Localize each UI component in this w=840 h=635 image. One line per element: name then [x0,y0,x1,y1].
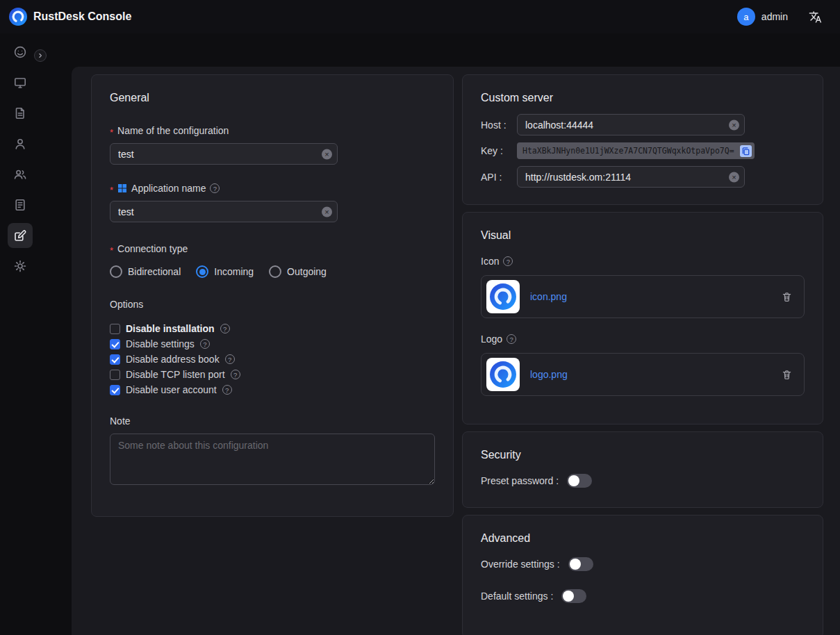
sidebar-item-documents[interactable] [8,101,33,126]
copy-icon[interactable] [740,145,752,157]
preset-password-row: Preset password : [481,474,805,488]
sidebar-item-settings[interactable] [8,254,33,279]
logo-file-link[interactable]: logo.png [530,369,568,380]
checkbox-label: Disable address book [126,354,220,365]
delete-icon[interactable] [781,369,793,381]
advanced-title: Advanced [481,532,805,545]
sidebar [0,33,40,635]
checkbox-box [110,354,120,365]
checkbox-disable-installation[interactable]: Disable installation [110,321,435,336]
host-input-wrap [517,114,745,135]
help-icon[interactable] [222,385,232,395]
server-key-chip: HtaXBkJNHyn0e1U1jWXze7A7CN7QTGWqxkOtpaVp… [517,142,755,159]
icon-label: Icon [481,256,499,267]
default-settings-label: Default settings : [481,591,553,602]
radio-bidirectional[interactable]: Bidirectional [110,265,181,278]
api-input-wrap [517,166,745,188]
note-label: Note [110,415,131,427]
language-icon[interactable] [809,10,822,24]
help-icon[interactable] [225,354,235,364]
key-row: Key : HtaXBkJNHyn0e1U1jWXze7A7CN7QTGWqxk… [481,142,805,159]
checkbox-disable-tcp-listen-port[interactable]: Disable TCP listen port [110,367,435,382]
app-name-label: Application name [131,183,206,194]
override-settings-toggle[interactable] [568,557,593,571]
host-label: Host : [481,119,517,131]
visual-title: Visual [481,229,805,242]
help-icon[interactable] [503,256,513,266]
preset-password-toggle[interactable] [567,474,592,488]
checkbox-label: Disable installation [126,323,215,334]
clear-icon[interactable] [322,149,332,159]
rustdesk-logo-icon [9,8,27,26]
default-settings-row: Default settings : [481,589,805,603]
help-icon[interactable] [231,370,240,379]
radio-circle [269,265,281,278]
icon-file-link[interactable]: icon.png [530,291,567,302]
app-name-input-wrap [110,201,338,222]
override-settings-row: Override settings : [481,557,805,571]
radio-outgoing[interactable]: Outgoing [269,265,327,278]
main-content: General Name of the configuration [40,33,840,635]
note-textarea[interactable] [110,434,435,485]
avatar[interactable]: a [737,8,755,26]
help-icon[interactable] [220,324,230,333]
help-icon[interactable] [507,334,516,344]
user-menu[interactable]: a admin [737,8,788,26]
username: admin [761,11,788,22]
checkbox-label: Disable user account [126,384,217,395]
config-name-input-wrap [110,143,338,165]
api-row: API : [481,166,805,188]
override-settings-label: Override settings : [481,559,560,570]
required-asterisk [110,185,113,195]
config-name-label-row: Name of the configuration [110,125,435,136]
custom-client-icon [13,229,27,242]
radio-label: Outgoing [287,266,327,277]
connection-type-radio-group: Bidirectional Incoming Outgoing [110,265,435,278]
checkbox-box [110,324,120,334]
sidebar-expand-button[interactable] [34,49,47,62]
security-card: Security Preset password : [462,431,823,508]
sidebar-item-users[interactable] [8,131,33,156]
devices-icon [13,76,27,90]
radio-incoming[interactable]: Incoming [196,265,254,278]
icon-label-row: Icon [481,256,805,267]
checkbox-box [110,370,120,380]
sidebar-item-devices[interactable] [8,70,33,95]
chevron-right-icon [37,52,44,59]
delete-icon[interactable] [781,291,793,303]
logo-file-box: logo.png [481,353,805,396]
custom-server-title: Custom server [481,92,805,104]
clear-icon[interactable] [729,172,739,182]
app-name-input[interactable] [110,201,338,222]
checkbox-label: Disable settings [126,338,195,349]
sidebar-item-groups[interactable] [8,162,33,187]
logs-icon [13,198,27,212]
checkbox-disable-address-book[interactable]: Disable address book [110,352,435,367]
app-title: RustDesk Console [33,10,131,23]
host-input[interactable] [517,114,745,135]
key-label: Key : [481,145,517,156]
clear-icon[interactable] [729,119,739,130]
clear-icon[interactable] [322,206,332,217]
help-icon[interactable] [210,183,220,193]
config-name-input[interactable] [110,143,338,165]
general-card: General Name of the configuration [91,74,454,517]
checkbox-box [110,385,120,395]
sidebar-item-custom-clients[interactable] [8,223,33,248]
document-icon [13,106,27,120]
checkbox-label: Disable TCP listen port [126,369,225,380]
icon-preview [486,280,520,313]
default-settings-toggle[interactable] [561,589,586,603]
help-icon[interactable] [200,339,210,349]
topbar: RustDesk Console a admin [0,0,840,33]
checkbox-disable-user-account[interactable]: Disable user account [110,382,435,397]
general-card-title: General [110,92,435,104]
checkbox-disable-settings[interactable]: Disable settings [110,336,435,352]
smiley-icon [13,45,27,59]
config-name-label: Name of the configuration [117,125,229,136]
security-title: Security [481,449,805,461]
sidebar-item-dashboard[interactable] [8,40,33,65]
api-input[interactable] [517,166,745,188]
advanced-card: Advanced Override settings : Default set… [462,515,823,635]
sidebar-item-logs[interactable] [8,192,33,217]
